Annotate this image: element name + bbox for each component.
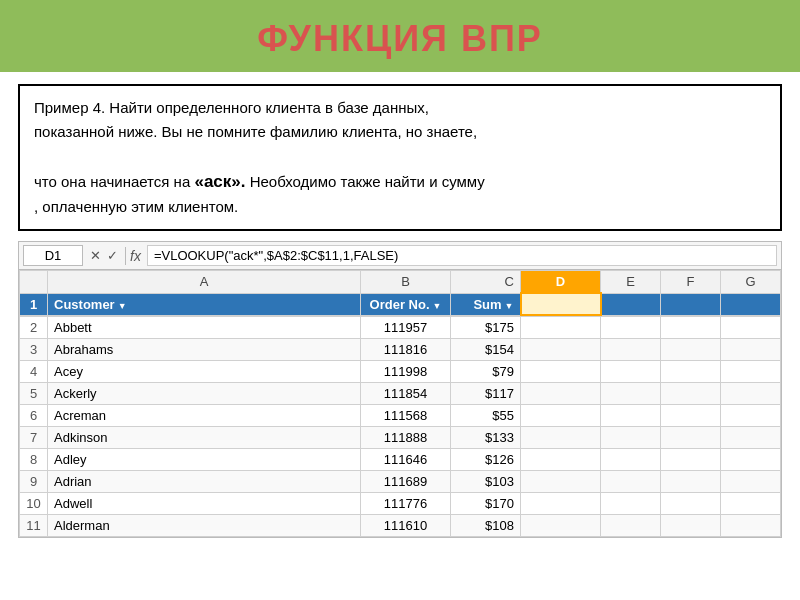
table-row: 7 Adkinson 111888 $133	[20, 427, 781, 449]
desc-line3-pre: что она начинается на	[34, 173, 194, 190]
cell-order-no[interactable]: 111888	[361, 427, 451, 449]
cell-d[interactable]	[521, 427, 601, 449]
cell-sum[interactable]: $170	[451, 493, 521, 515]
row-num-10: 10	[20, 493, 48, 515]
fx-label: fx	[130, 248, 141, 264]
cell-customer[interactable]: Abrahams	[48, 339, 361, 361]
cell-sum[interactable]: $154	[451, 339, 521, 361]
cell-order-no[interactable]: 111646	[361, 449, 451, 471]
cell-customer[interactable]: Adkinson	[48, 427, 361, 449]
table-row: 4 Acey 111998 $79	[20, 361, 781, 383]
column-header-row: A B C D E F G	[20, 271, 781, 294]
cell-customer[interactable]: Ackerly	[48, 383, 361, 405]
table-row: 9 Adrian 111689 $103	[20, 471, 781, 493]
header-d-selected[interactable]	[521, 293, 601, 315]
formula-input[interactable]: =VLOOKUP("ack*",$A$2:$C$11,1,FALSE)	[147, 245, 777, 266]
cell-order-no[interactable]: 111816	[361, 339, 451, 361]
desc-line3-post: Необходимо также найти и сумму	[245, 173, 484, 190]
cell-sum[interactable]: $117	[451, 383, 521, 405]
cell-sum[interactable]: $55	[451, 405, 521, 427]
cell-sum[interactable]: $108	[451, 515, 521, 537]
cell-sum[interactable]: $133	[451, 427, 521, 449]
cell-d[interactable]	[521, 449, 601, 471]
cell-order-no[interactable]: 111689	[361, 471, 451, 493]
cell-e	[601, 317, 661, 339]
formula-bar: D1 ✕ ✓ fx =VLOOKUP("ack*",$A$2:$C$11,1,F…	[19, 242, 781, 270]
cell-g	[721, 383, 781, 405]
cell-e	[601, 361, 661, 383]
cell-customer[interactable]: Abbett	[48, 317, 361, 339]
cell-sum[interactable]: $126	[451, 449, 521, 471]
table-row: 11 Alderman 111610 $108	[20, 515, 781, 537]
cell-g	[721, 427, 781, 449]
cell-sum[interactable]: $79	[451, 361, 521, 383]
cell-d[interactable]	[521, 383, 601, 405]
confirm-icon[interactable]: ✓	[107, 248, 118, 263]
cell-sum[interactable]: $175	[451, 317, 521, 339]
cell-e	[601, 427, 661, 449]
cell-d[interactable]	[521, 471, 601, 493]
cell-f	[661, 361, 721, 383]
data-rows-table: 2 Abbett 111957 $175 3 Abrahams 111816 $…	[19, 316, 781, 537]
col-header-a[interactable]: A	[48, 271, 361, 294]
cell-f	[661, 339, 721, 361]
order-filter-arrow[interactable]: ▼	[433, 301, 442, 311]
cell-f	[661, 515, 721, 537]
cell-order-no[interactable]: 111854	[361, 383, 451, 405]
header-e	[601, 293, 661, 315]
col-header-e[interactable]: E	[601, 271, 661, 294]
cell-customer[interactable]: Adley	[48, 449, 361, 471]
cell-f	[661, 383, 721, 405]
cell-g	[721, 317, 781, 339]
header-sum[interactable]: Sum▼	[451, 293, 521, 315]
row-num-7: 7	[20, 427, 48, 449]
cell-order-no[interactable]: 111568	[361, 405, 451, 427]
col-header-f[interactable]: F	[661, 271, 721, 294]
description-box: Пример 4. Найти определенного клиента в …	[18, 84, 782, 231]
row-num-3: 3	[20, 339, 48, 361]
table-row: 8 Adley 111646 $126	[20, 449, 781, 471]
col-header-b[interactable]: B	[361, 271, 451, 294]
header-f	[661, 293, 721, 315]
cell-customer[interactable]: Adwell	[48, 493, 361, 515]
cell-d[interactable]	[521, 515, 601, 537]
header-order-no[interactable]: Order No.▼	[361, 293, 451, 315]
cell-d[interactable]	[521, 493, 601, 515]
cell-d[interactable]	[521, 405, 601, 427]
cell-f	[661, 427, 721, 449]
header-customer[interactable]: Customer▼	[48, 293, 361, 315]
cell-reference-box[interactable]: D1	[23, 245, 83, 266]
cell-g	[721, 339, 781, 361]
cell-customer[interactable]: Acey	[48, 361, 361, 383]
cell-order-no[interactable]: 111957	[361, 317, 451, 339]
cancel-icon[interactable]: ✕	[90, 248, 101, 263]
col-header-g[interactable]: G	[721, 271, 781, 294]
row-num-1: 1	[20, 293, 48, 315]
customer-filter-arrow[interactable]: ▼	[118, 301, 127, 311]
cell-order-no[interactable]: 111610	[361, 515, 451, 537]
table-row: 5 Ackerly 111854 $117	[20, 383, 781, 405]
cell-customer[interactable]: Acreman	[48, 405, 361, 427]
col-header-d[interactable]: D	[521, 271, 601, 294]
col-header-c[interactable]: C	[451, 271, 521, 294]
cell-e	[601, 339, 661, 361]
cell-order-no[interactable]: 111776	[361, 493, 451, 515]
cell-d[interactable]	[521, 317, 601, 339]
cell-customer[interactable]: Alderman	[48, 515, 361, 537]
cell-g	[721, 515, 781, 537]
cell-e	[601, 493, 661, 515]
cell-customer[interactable]: Adrian	[48, 471, 361, 493]
cell-sum[interactable]: $103	[451, 471, 521, 493]
formula-bar-divider	[125, 247, 126, 265]
table-row: 6 Acreman 111568 $55	[20, 405, 781, 427]
cell-f	[661, 471, 721, 493]
row-num-2: 2	[20, 317, 48, 339]
cell-d[interactable]	[521, 361, 601, 383]
row-num-9: 9	[20, 471, 48, 493]
cell-order-no[interactable]: 111998	[361, 361, 451, 383]
data-header-row: 1 Customer▼ Order No.▼ Sum▼	[20, 293, 781, 315]
sum-filter-arrow[interactable]: ▼	[505, 301, 514, 311]
cell-d[interactable]	[521, 339, 601, 361]
desc-line2: показанной ниже. Вы не помните фамилию к…	[34, 123, 477, 140]
cell-f	[661, 493, 721, 515]
